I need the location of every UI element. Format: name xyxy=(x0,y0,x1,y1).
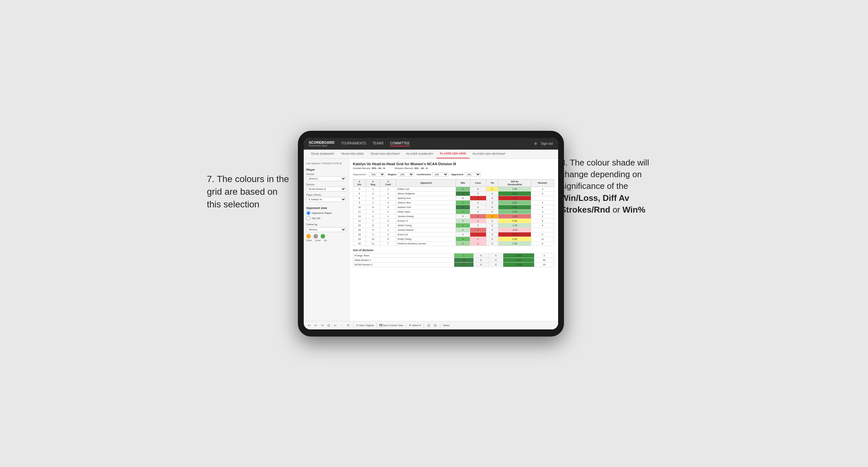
cell-diff: 3.33 xyxy=(498,209,531,214)
cell-opponent: Emily Chang xyxy=(396,237,456,241)
annotation-left-text: 7. The colours in the grid are based on … xyxy=(207,174,289,209)
sidebar-radio-top100-label: Top 100 xyxy=(312,217,320,220)
toolbar-undo2[interactable]: ↩ xyxy=(313,323,318,328)
sidebar-radio-top100[interactable]: Top 100 xyxy=(306,216,346,220)
toolbar-refresh[interactable]: ⟳ xyxy=(346,323,350,328)
nav-bar: SCOREBOARD Powered by clippd TOURNAMENTS… xyxy=(304,138,558,150)
nav-logo-text: SCOREBOARD xyxy=(309,141,335,145)
col-loss: Loss xyxy=(470,179,486,187)
cell-conf: 3 xyxy=(380,205,396,209)
table-row: 6 3 3 Sydney Kuo 0 1 0 -1.00 xyxy=(353,196,554,200)
sidebar-gender-select[interactable]: Women's xyxy=(306,176,346,181)
table-row: 3 1 1 Esther Lee 1 0 1 1.50 4 xyxy=(353,187,554,191)
cell-conf: 2 xyxy=(380,232,396,237)
nav-link-teams[interactable]: TEAMS xyxy=(373,141,383,146)
ood-cell-diff: 4.500 xyxy=(503,253,534,258)
toolbar-sep-1 xyxy=(353,323,353,328)
cell-div: 5 xyxy=(353,191,366,196)
col-conf: #Conf xyxy=(380,179,396,187)
toolbar-icon-2[interactable]: ⊡ xyxy=(433,323,437,328)
toolbar-share[interactable]: Share xyxy=(443,324,450,327)
annotation-left: 7. The colours in the grid are based on … xyxy=(207,173,291,211)
sidebar-radio-opponents-played-input[interactable] xyxy=(306,211,311,215)
ood-cell-diff: 9.267 xyxy=(503,258,534,262)
ood-table-row: NAIA Division 1 15 0 0 9.267 30 xyxy=(353,258,554,262)
toolbar-grid[interactable]: ⊡ xyxy=(327,323,331,328)
colour-label-down: Down xyxy=(306,239,312,242)
ood-cell-loss: 0 xyxy=(474,258,489,262)
cell-reg: 3 xyxy=(366,196,380,200)
ood-cell-opponent: Foreign Team xyxy=(353,253,454,258)
sidebar-player-rank-select[interactable]: 8. Katelyn Vo xyxy=(306,197,346,202)
toolbar-sep-5 xyxy=(440,323,440,328)
conference-filter-group: Conference (All) xyxy=(416,172,448,177)
sidebar-colour-select[interactable]: Win/loss xyxy=(306,227,346,232)
colour-label-up: Up xyxy=(324,239,327,242)
opponent-filter-group: Opponent (All) xyxy=(451,172,481,177)
cell-tie: 0 xyxy=(486,237,498,241)
cell-rounds: 2 xyxy=(531,232,554,237)
cell-tie: 0 xyxy=(486,209,498,214)
sub-nav-team-h2h-grid[interactable]: TEAM H2H GRID xyxy=(338,150,367,158)
cell-opponent: Euna Lee xyxy=(396,232,456,237)
cell-rounds xyxy=(531,227,554,232)
toolbar-back[interactable]: ↩ xyxy=(333,323,338,328)
ood-cell-win: 5 xyxy=(454,262,474,267)
cell-opponent: Esther Lee xyxy=(396,187,456,191)
col-tie: Tie xyxy=(486,179,498,187)
ood-cell-diff: 7.400 xyxy=(503,262,534,267)
sidebar-radio-top100-input[interactable] xyxy=(306,216,311,220)
cell-diff: 0.38 xyxy=(498,218,531,223)
cell-reg: 11 xyxy=(366,241,380,246)
ood-cell-loss: 0 xyxy=(474,262,489,267)
sub-nav-player-summary[interactable]: PLAYER SUMMARY xyxy=(403,150,436,158)
toolbar-save-custom-view[interactable]: 💾 Save Custom View xyxy=(379,324,403,327)
region-filter-label: Region xyxy=(388,173,397,176)
toolbar-icon-1[interactable]: ⊡ xyxy=(426,323,431,328)
conference-filter-select[interactable]: (All) xyxy=(432,172,448,177)
grid-area: Katelyn Vo Head-to-Head Grid for Women's… xyxy=(349,159,558,321)
nav-right: ⚙ Sign out xyxy=(534,142,553,145)
opponent-filter-select[interactable]: (All) xyxy=(465,172,481,177)
sub-nav-player-h2h-heatmap[interactable]: PLAYER H2H HEATMAP xyxy=(469,150,509,158)
sub-nav-team-summary[interactable]: TEAM SUMMARY xyxy=(308,150,338,158)
sub-nav-team-h2h-heatmap[interactable]: TEAM H2H HEATMAP xyxy=(367,150,403,158)
toolbar-undo[interactable]: ↩ xyxy=(307,323,311,328)
annotation-right: 8. The colour shade will change dependin… xyxy=(561,157,664,216)
cell-rounds: 4 xyxy=(531,205,554,209)
col-diff: Diff AvStrokes/Rnd xyxy=(498,179,531,187)
sidebar-division-label: Division xyxy=(306,183,346,186)
colour-label-level: Level xyxy=(315,239,320,242)
nav-link-committee[interactable]: COMMITTEE xyxy=(390,141,409,146)
cell-win: 0 xyxy=(456,232,470,237)
cell-tie: 0 xyxy=(486,218,498,223)
toolbar-watch[interactable]: 👁 Watch ▾ xyxy=(409,324,421,327)
nav-link-tournaments[interactable]: TOURNAMENTS xyxy=(341,141,366,146)
col-opponent: Opponent xyxy=(396,179,456,187)
cell-opponent: Heejo Hyun xyxy=(396,209,456,214)
table-row: 14 7 4 Eunice Yi 2 2 0 0.38 9 xyxy=(353,218,554,223)
opponents-filter-select[interactable]: (All) xyxy=(369,172,385,177)
toolbar-view-original[interactable]: ⊙ View: Original xyxy=(356,324,374,327)
table-row: 5 2 2 Alexis Sudjianto 1 0 0 4.00 3 xyxy=(353,191,554,196)
cell-win: 1 xyxy=(456,227,470,232)
cell-win: 0 xyxy=(456,214,470,218)
toolbar-sep-2 xyxy=(376,323,377,328)
sidebar: Last Updated: 27/03/2024 16:55:38 Player… xyxy=(304,159,349,321)
toolbar-redo[interactable]: ↪ xyxy=(320,323,324,328)
sign-out-link[interactable]: Sign out xyxy=(541,142,553,145)
table-row: 9 1 4 Sharon Mun 1 0 0 3.67 3 xyxy=(353,200,554,205)
region-filter-select[interactable]: (All) xyxy=(398,172,414,177)
ood-cell-rounds: 30 xyxy=(534,258,554,262)
cell-diff: 4.00 xyxy=(498,191,531,196)
toolbar-dot[interactable]: · xyxy=(339,323,344,328)
cell-diff: -3.00 xyxy=(498,214,531,218)
sidebar-division-select[interactable]: NCAA Division III xyxy=(306,187,346,191)
cell-reg: 2 xyxy=(366,191,380,196)
cell-reg: 1 xyxy=(366,214,380,218)
ood-cell-tie: 0 xyxy=(488,253,503,258)
cell-tie: 2 xyxy=(486,214,498,218)
cell-div: 16 xyxy=(353,227,366,232)
sidebar-radio-opponents-played[interactable]: Opponents Played xyxy=(306,211,346,215)
sub-nav-player-h2h-grid[interactable]: PLAYER H2H GRID xyxy=(436,150,469,158)
